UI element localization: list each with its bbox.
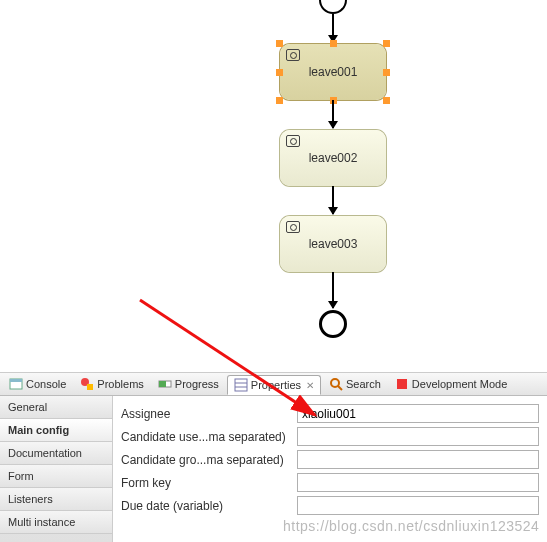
assignee-input[interactable] [297, 404, 539, 423]
task-leave002[interactable]: leave002 [280, 130, 386, 186]
tab-label: Console [26, 378, 66, 390]
svg-point-10 [331, 379, 339, 387]
search-icon [329, 377, 343, 391]
problems-icon [80, 377, 94, 391]
tab-devmode[interactable]: Development Mode [389, 375, 513, 393]
tab-label: Development Mode [412, 378, 507, 390]
view-tabs: Console Problems Progress Properties ✕ S… [0, 372, 547, 396]
side-tab-listeners[interactable]: Listeners [0, 488, 112, 511]
resize-handle[interactable] [276, 97, 283, 104]
task-label: leave003 [309, 237, 358, 251]
sequence-flow[interactable] [332, 100, 334, 128]
tab-properties[interactable]: Properties ✕ [227, 375, 321, 395]
assignee-label: Assignee [121, 407, 291, 421]
task-label: leave002 [309, 151, 358, 165]
svg-rect-4 [87, 384, 93, 390]
svg-line-11 [338, 386, 342, 390]
task-label: leave001 [309, 65, 358, 79]
tab-label: Properties [251, 379, 301, 391]
tab-problems[interactable]: Problems [74, 375, 149, 393]
form-key-input[interactable] [297, 473, 539, 492]
candidate-users-input[interactable] [297, 427, 539, 446]
side-tab-main-config[interactable]: Main config [0, 419, 112, 442]
tab-label: Progress [175, 378, 219, 390]
user-task-icon [286, 135, 300, 147]
user-task-icon [286, 49, 300, 61]
end-event[interactable] [319, 310, 347, 338]
tab-label: Problems [97, 378, 143, 390]
tab-label: Search [346, 378, 381, 390]
close-icon[interactable]: ✕ [306, 380, 314, 391]
side-tab-general[interactable]: General [0, 396, 112, 419]
resize-handle[interactable] [276, 40, 283, 47]
svg-rect-7 [235, 379, 247, 391]
sequence-flow[interactable] [332, 272, 334, 308]
user-task-icon [286, 221, 300, 233]
properties-side-tabs: General Main config Documentation Form L… [0, 396, 113, 542]
resize-handle[interactable] [330, 40, 337, 47]
side-tab-documentation[interactable]: Documentation [0, 442, 112, 465]
sequence-flow[interactable] [332, 186, 334, 214]
sequence-flow[interactable] [332, 14, 334, 42]
side-tab-form[interactable]: Form [0, 465, 112, 488]
devmode-icon [395, 377, 409, 391]
side-tab-multi-instance[interactable]: Multi instance [0, 511, 112, 534]
task-leave001[interactable]: leave001 [280, 44, 386, 100]
task-leave003[interactable]: leave003 [280, 216, 386, 272]
properties-panel: General Main config Documentation Form L… [0, 396, 547, 542]
diagram-canvas[interactable]: leave001 leave002 leave003 [0, 0, 547, 372]
progress-icon [158, 377, 172, 391]
resize-handle[interactable] [383, 97, 390, 104]
svg-rect-12 [397, 379, 407, 389]
tab-search[interactable]: Search [323, 375, 387, 393]
form-key-label: Form key [121, 476, 291, 490]
candidate-users-label: Candidate use...ma separated) [121, 430, 291, 444]
tab-console[interactable]: Console [3, 375, 72, 393]
properties-icon [234, 378, 248, 392]
resize-handle[interactable] [276, 69, 283, 76]
resize-handle[interactable] [383, 40, 390, 47]
due-date-input[interactable] [297, 496, 539, 515]
properties-form: Assignee Candidate use...ma separated) C… [113, 396, 547, 542]
tab-progress[interactable]: Progress [152, 375, 225, 393]
console-icon [9, 377, 23, 391]
svg-rect-2 [10, 379, 22, 382]
candidate-groups-input[interactable] [297, 450, 539, 469]
candidate-groups-label: Candidate gro...ma separated) [121, 453, 291, 467]
watermark-text: https://blog.csdn.net/csdnliuxin123524 [283, 518, 539, 534]
due-date-label: Due date (variable) [121, 499, 291, 513]
svg-rect-6 [159, 381, 166, 387]
resize-handle[interactable] [383, 69, 390, 76]
start-event[interactable] [319, 0, 347, 14]
